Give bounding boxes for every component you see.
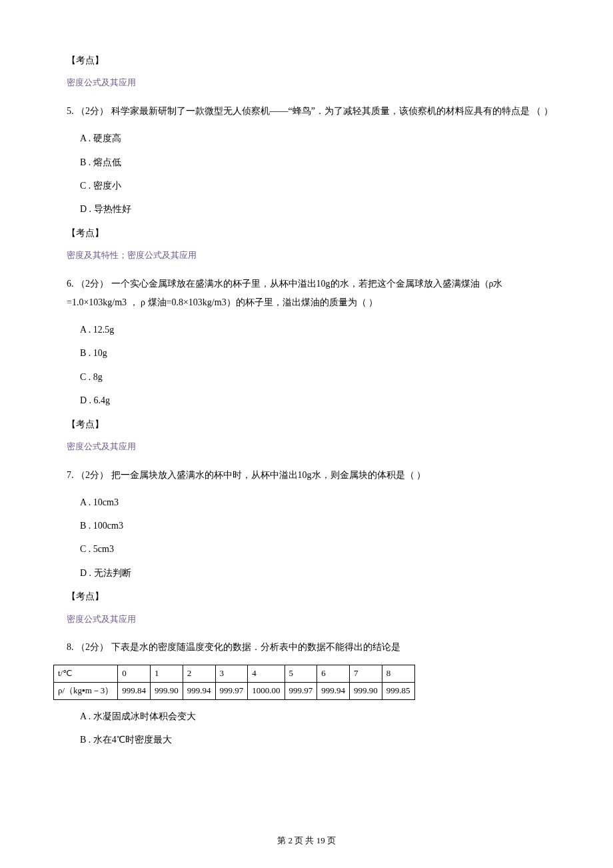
table-cell: 999.90 xyxy=(151,683,183,700)
page-footer: 第 2 页 共 19 页 xyxy=(0,834,613,848)
tag-density-formula-3: 密度公式及其应用 xyxy=(67,613,560,627)
q7-stem: 7. （2分） 把一金属块放入盛满水的杯中时，从杯中溢出10g水，则金属块的体积… xyxy=(67,466,560,485)
table-cell: 999.84 xyxy=(118,683,151,700)
table-row: t/℃ 0 1 2 3 4 5 6 7 8 xyxy=(54,665,415,683)
table-header-cell: 5 xyxy=(285,665,317,683)
table-header-cell: 6 xyxy=(317,665,350,683)
table-header-cell: 7 xyxy=(350,665,382,683)
q5-option-b: B . 熔点低 xyxy=(80,153,560,172)
table-header-cell: t/℃ xyxy=(54,665,118,683)
table-cell: 999.97 xyxy=(215,683,248,700)
q7-option-b: B . 100cm3 xyxy=(80,516,560,535)
tag-density-formula-1: 密度公式及其应用 xyxy=(67,76,560,90)
q5-stem: 5. （2分） 科学家最新研制了一款微型无人侦察机——“蜂鸟”．为了减轻其质量，… xyxy=(67,102,560,121)
table-cell: 1000.00 xyxy=(248,683,285,700)
kaodian-label-4: 【考点】 xyxy=(67,589,560,604)
q6-option-b: B . 10g xyxy=(80,343,560,363)
kaodian-label-3: 【考点】 xyxy=(67,417,560,432)
tag-density-formula-2: 密度公式及其应用 xyxy=(67,440,560,454)
q6-option-d: D . 6.4g xyxy=(80,391,560,410)
q8-option-b: B . 水在4℃时密度最大 xyxy=(80,730,560,749)
kaodian-label-2: 【考点】 xyxy=(67,226,560,241)
table-header-cell: 3 xyxy=(215,665,248,683)
table-cell: 999.97 xyxy=(285,683,317,700)
table-header-cell: 0 xyxy=(118,665,151,683)
table-header-cell: 1 xyxy=(151,665,183,683)
q7-option-a: A . 10cm3 xyxy=(80,493,560,512)
table-cell: 999.85 xyxy=(382,683,414,700)
q6-option-c: C . 8g xyxy=(80,367,560,387)
q5-option-a: A . 硬度高 xyxy=(80,129,560,148)
table-row: ρ/（kg▪m－3） 999.84 999.90 999.94 999.97 1… xyxy=(54,683,415,700)
q8-stem: 8. （2分） 下表是水的密度随温度变化的数据．分析表中的数据不能得出的结论是 xyxy=(67,638,560,657)
q6-stem: 6. （2分） 一个实心金属球放在盛满水的杯子里，从杯中溢出10g的水，若把这个… xyxy=(67,275,560,312)
table-cell: 999.94 xyxy=(183,683,215,700)
table-cell: 999.94 xyxy=(317,683,350,700)
data-table: t/℃ 0 1 2 3 4 5 6 7 8 ρ/（kg▪m－3） 999.84 … xyxy=(53,665,415,700)
table-header-cell: 4 xyxy=(248,665,285,683)
table-header-cell: 8 xyxy=(382,665,414,683)
q5-option-d: D . 导热性好 xyxy=(80,199,560,219)
table-cell: ρ/（kg▪m－3） xyxy=(54,683,118,700)
q7-option-d: D . 无法判断 xyxy=(80,563,560,583)
q7-option-c: C . 5cm3 xyxy=(80,539,560,559)
tag-density-props-formula: 密度及其特性；密度公式及其应用 xyxy=(67,249,560,263)
table-header-cell: 2 xyxy=(183,665,215,683)
q5-option-c: C . 密度小 xyxy=(80,176,560,195)
q6-option-a: A . 12.5g xyxy=(80,320,560,339)
kaodian-label-1: 【考点】 xyxy=(67,53,560,68)
q8-option-a: A . 水凝固成冰时体积会变大 xyxy=(80,707,560,726)
table-cell: 999.90 xyxy=(350,683,382,700)
